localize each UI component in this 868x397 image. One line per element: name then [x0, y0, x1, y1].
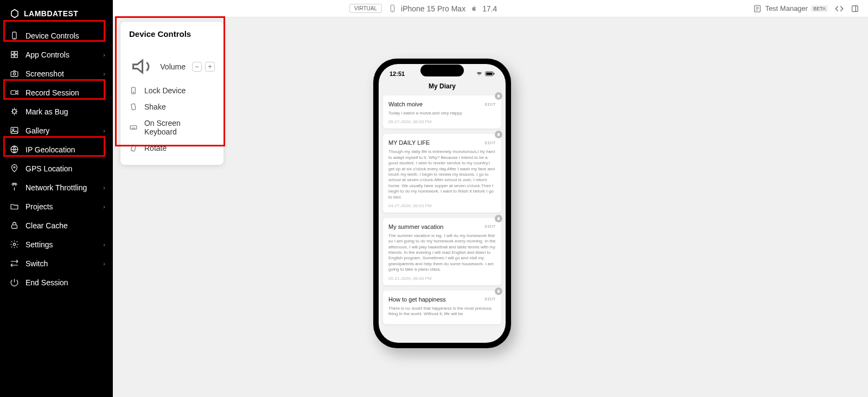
svg-rect-6 [11, 72, 18, 76]
svg-line-16 [12, 113, 13, 114]
svg-rect-3 [15, 52, 17, 54]
test-manager-button[interactable]: Test Manager BETA [753, 4, 828, 13]
svg-rect-35 [494, 73, 495, 75]
diary-card[interactable]: How to get happiness EDIT There is no do… [383, 291, 501, 325]
sidebar-item-switch[interactable]: Switch › [0, 254, 113, 273]
delete-icon[interactable] [495, 131, 502, 138]
diary-title: My Diary [379, 79, 506, 95]
phone-screen[interactable]: 12:51 My Diary Watch moive EDIT Tod [379, 64, 506, 343]
sidebar-item-end-session[interactable]: End Session [0, 273, 113, 292]
sidebar-item-device-controls[interactable]: Device Controls › [0, 26, 113, 45]
gear-icon [10, 240, 19, 249]
svg-point-7 [13, 73, 15, 75]
card-body: The summer vacation is ing. I will do my… [388, 233, 496, 273]
panel-item-label: Lock Device [144, 86, 186, 95]
edit-button[interactable]: EDIT [485, 224, 496, 229]
sidebar-item-screenshot[interactable]: Screenshot › [0, 64, 113, 83]
svg-point-21 [14, 167, 15, 168]
svg-rect-4 [11, 55, 14, 57]
sidebar-item-app-controls[interactable]: App Controls › [0, 45, 113, 64]
sidebar-item-mark-bug[interactable]: Mark as Bug [0, 102, 113, 121]
sidebar-item-label: IP Geolocation [25, 145, 75, 154]
volume-down-button[interactable]: − [192, 62, 202, 72]
sidebar-item-ip-geolocation[interactable]: IP Geolocation › [0, 140, 113, 159]
sidebar-item-label: GPS Location [25, 164, 72, 173]
svg-rect-34 [486, 73, 492, 75]
main-area: VIRTUAL iPhone 15 Pro Max 17.4 Test Mana… [113, 0, 868, 397]
svg-line-14 [12, 109, 13, 110]
topbar: VIRTUAL iPhone 15 Pro Max 17.4 Test Mana… [113, 0, 868, 17]
sidebar-item-gallery[interactable]: Gallery › [0, 121, 113, 140]
panel-rotate[interactable]: Rotate [129, 140, 215, 156]
volume-label: Volume [160, 62, 186, 71]
globe-icon [10, 145, 19, 154]
edit-button[interactable]: EDIT [485, 102, 496, 107]
wifi-icon [476, 71, 483, 76]
camera-icon [10, 69, 19, 78]
sidebar-item-settings[interactable]: Settings › [0, 235, 113, 254]
panel-lock-device[interactable]: Lock Device [129, 82, 215, 99]
svg-line-17 [16, 109, 17, 110]
svg-rect-30 [131, 104, 136, 110]
svg-rect-5 [15, 55, 17, 57]
svg-rect-18 [11, 127, 18, 133]
card-body: Today i watch a moive,and very happy [388, 111, 496, 116]
sidebar-item-network-throttling[interactable]: Network Throttling › [0, 178, 113, 197]
sidebar-item-label: Settings [25, 240, 53, 249]
sidebar-item-projects[interactable]: Projects › [0, 197, 113, 216]
power-icon [10, 278, 19, 287]
rotate-icon [129, 144, 138, 152]
chevron-right-icon: › [103, 146, 105, 153]
lock-icon [10, 221, 19, 230]
volume-up-button[interactable]: + [205, 62, 215, 72]
chevron-right-icon: › [103, 260, 105, 267]
edit-button[interactable]: EDIT [485, 140, 496, 145]
svg-point-29 [133, 92, 133, 93]
app-icon [10, 50, 19, 59]
panel-shake[interactable]: Shake [129, 99, 215, 115]
antenna-icon [10, 183, 19, 192]
panel-item-label: Shake [144, 103, 166, 111]
sidebar-item-label: Record Session [25, 88, 79, 97]
sidebar-item-record-session[interactable]: Record Session [0, 83, 113, 102]
edit-button[interactable]: EDIT [485, 297, 496, 302]
diary-card[interactable]: MY DAILY LIFE EDIT Though my daily life … [383, 134, 501, 213]
sidebar-item-label: End Session [25, 278, 68, 287]
pin-icon [10, 164, 19, 173]
device-icon [10, 31, 19, 40]
sidebar-item-clear-cache[interactable]: Clear Cache [0, 216, 113, 235]
device-controls-panel: Device Controls Volume − + Lock Device S… [120, 22, 224, 165]
gallery-icon [10, 126, 19, 135]
delete-icon[interactable] [495, 92, 502, 100]
chevron-right-icon: › [103, 203, 105, 210]
delete-icon[interactable] [495, 287, 502, 295]
sidebar-item-label: App Controls [25, 50, 69, 59]
svg-point-23 [13, 243, 15, 245]
sidebar-item-label: Gallery [25, 126, 49, 135]
diary-card[interactable]: Watch moive EDIT Today i watch a moive,a… [383, 95, 501, 129]
panel-volume-row: Volume − + [129, 50, 215, 82]
test-manager-icon [753, 4, 762, 13]
keyboard-icon [129, 123, 138, 132]
card-title: My summer vacation [388, 223, 443, 230]
code-icon[interactable] [834, 4, 844, 14]
expand-icon[interactable] [851, 4, 859, 13]
svg-rect-27 [852, 5, 858, 11]
logo[interactable]: LAMBDATEST [0, 4, 113, 26]
card-date: 05-27-2020, 08:03 PM [388, 119, 496, 124]
diary-card[interactable]: My summer vacation EDIT The summer vacat… [383, 218, 501, 285]
delete-icon[interactable] [495, 215, 502, 222]
chevron-right-icon: › [103, 52, 105, 58]
logo-text: LAMBDATEST [24, 9, 78, 18]
status-time: 12:51 [390, 71, 405, 77]
test-manager-label: Test Manager [765, 4, 808, 12]
phone-mockup: 12:51 My Diary Watch moive EDIT Tod [373, 59, 511, 348]
svg-line-15 [16, 113, 17, 114]
sidebar-item-label: Network Throttling [25, 183, 87, 192]
card-title: MY DAILY LIFE [388, 139, 430, 146]
sidebar-item-gps-location[interactable]: GPS Location [0, 159, 113, 178]
apple-icon [470, 4, 478, 13]
panel-keyboard[interactable]: On Screen Keyboard [129, 115, 215, 140]
panel-item-label: On Screen Keyboard [144, 119, 215, 136]
os-version: 17.4 [482, 4, 497, 13]
